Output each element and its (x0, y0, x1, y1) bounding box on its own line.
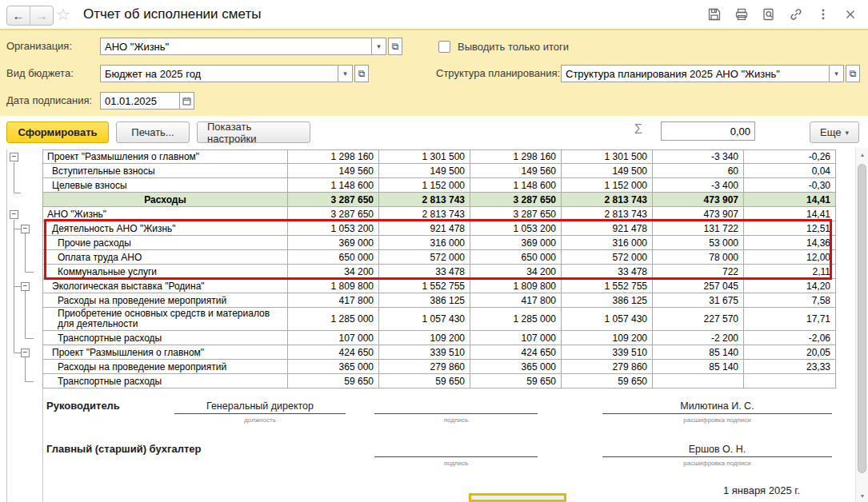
bottom-cropped-button[interactable] (469, 493, 566, 502)
row-value-cell[interactable]: 14,41 (744, 207, 836, 221)
collapse-group-button[interactable]: − (10, 210, 18, 219)
row-label-cell[interactable]: Оплата труда АНО (42, 250, 288, 265)
table-row[interactable]: Расходы на проведение мероприятий365 000… (0, 360, 836, 374)
row-value-cell[interactable]: 17,71 (744, 308, 836, 331)
table-row[interactable]: Коммунальные услуги34 20033 47834 20033 … (0, 265, 836, 279)
row-value-cell[interactable]: 921 478 (562, 221, 653, 236)
row-value-cell[interactable]: 386 125 (562, 293, 653, 308)
print-button[interactable]: Печать... (116, 122, 190, 143)
generate-button[interactable]: Сформировать (6, 122, 109, 143)
more-button[interactable]: Еще▾ (810, 122, 859, 143)
row-value-cell[interactable]: -2,06 (744, 331, 836, 345)
row-value-cell[interactable]: 2 813 743 (379, 207, 470, 221)
row-value-cell[interactable] (653, 374, 744, 388)
row-value-cell[interactable]: 149 560 (470, 164, 562, 178)
collapse-group-button[interactable]: − (10, 153, 18, 161)
row-value-cell[interactable]: 386 125 (379, 293, 470, 308)
table-row[interactable]: Транспортные расходы107 000109 200107 00… (0, 331, 836, 345)
scroll-down-button[interactable]: ▼ (856, 489, 868, 502)
row-value-cell[interactable]: 417 800 (470, 293, 562, 308)
table-row[interactable]: Целевые взносы1 148 6001 152 0001 148 60… (0, 178, 836, 193)
row-value-cell[interactable]: 1 298 160 (470, 149, 562, 164)
row-value-cell[interactable]: 339 510 (562, 345, 653, 360)
row-label-cell[interactable]: Коммунальные услуги (42, 265, 288, 279)
table-row[interactable]: Вступительные взносы149 560149 500149 56… (0, 164, 836, 178)
row-value-cell[interactable]: 572 000 (379, 250, 470, 265)
row-value-cell[interactable]: 131 722 (653, 221, 744, 236)
row-value-cell[interactable]: 33 478 (379, 265, 470, 279)
row-value-cell[interactable]: -3 340 (653, 149, 744, 164)
scroll-up-button[interactable]: ▲ (856, 148, 868, 161)
row-value-cell[interactable]: -0,26 (744, 149, 836, 164)
row-value-cell[interactable] (744, 374, 836, 388)
row-value-cell[interactable]: 2 813 743 (379, 193, 470, 207)
table-row[interactable]: Прочие расходы369 000316 000369 000316 0… (0, 236, 836, 250)
row-value-cell[interactable]: -3 400 (653, 178, 744, 193)
row-label-cell[interactable]: Проект "Размышления о главном" (42, 345, 288, 360)
row-value-cell[interactable]: 1 285 000 (288, 308, 379, 331)
table-row[interactable]: Транспортные расходы59 65059 65059 65059… (0, 374, 836, 388)
row-value-cell[interactable]: 59 650 (288, 374, 379, 388)
row-value-cell[interactable]: 3 287 650 (288, 207, 379, 221)
row-value-cell[interactable]: 1 285 000 (470, 308, 562, 331)
row-value-cell[interactable]: 1 152 000 (562, 178, 653, 193)
organization-input[interactable] (100, 38, 372, 55)
row-value-cell[interactable]: 921 478 (379, 221, 470, 236)
favorite-star-icon[interactable]: ☆ (56, 5, 70, 24)
table-row[interactable]: Оплата труда АНО650 000572 000650 000572… (0, 250, 836, 265)
row-label-cell[interactable]: АНО "Жизнь" (42, 207, 288, 221)
row-value-cell[interactable]: 34 200 (288, 265, 379, 279)
row-value-cell[interactable]: 12,00 (744, 250, 836, 265)
row-value-cell[interactable]: 34 200 (470, 265, 562, 279)
row-label-cell[interactable]: Расходы на проведение мероприятий (42, 360, 288, 374)
row-value-cell[interactable]: 1 301 500 (379, 149, 470, 164)
row-value-cell[interactable]: 316 000 (379, 236, 470, 250)
row-label-cell[interactable]: Экологическая выставка "Родина" (42, 279, 288, 293)
collapse-group-button[interactable]: − (21, 349, 30, 357)
row-value-cell[interactable]: 279 860 (562, 360, 653, 374)
row-value-cell[interactable]: 1 148 600 (470, 178, 562, 193)
row-value-cell[interactable]: 53 000 (653, 236, 744, 250)
row-label-cell[interactable]: Расходы (42, 193, 288, 207)
row-value-cell[interactable]: 20,05 (744, 345, 836, 360)
row-value-cell[interactable]: 60 (653, 164, 744, 178)
budget-kind-open-button[interactable]: ⧉ (354, 65, 369, 82)
table-row[interactable]: Проект "Размышления о главном"1 298 1601… (0, 149, 836, 164)
row-value-cell[interactable]: 1 809 800 (470, 279, 562, 293)
table-row[interactable]: Приобретение основных средств и материал… (0, 308, 836, 331)
row-label-cell[interactable]: Прочие расходы (42, 236, 288, 250)
row-value-cell[interactable]: 424 650 (288, 345, 379, 360)
row-value-cell[interactable]: 107 000 (470, 331, 562, 345)
organization-open-button[interactable]: ⧉ (388, 38, 402, 55)
row-label-cell[interactable]: Транспортные расходы (42, 331, 288, 345)
row-value-cell[interactable]: 572 000 (562, 250, 653, 265)
row-value-cell[interactable]: 650 000 (288, 250, 379, 265)
row-value-cell[interactable]: 14,41 (744, 193, 836, 207)
row-value-cell[interactable]: 1 809 800 (288, 279, 379, 293)
table-row[interactable]: АНО "Жизнь"3 287 6502 813 7433 287 6502 … (0, 207, 836, 221)
row-value-cell[interactable]: 149 500 (379, 164, 470, 178)
forward-button[interactable]: → (30, 6, 53, 25)
signing-date-input[interactable] (100, 92, 180, 110)
table-row[interactable]: Экологическая выставка "Родина"1 809 800… (0, 279, 836, 293)
row-label-cell[interactable]: Вступительные взносы (42, 164, 288, 178)
only-totals-checkbox[interactable] (438, 41, 450, 53)
print-icon[interactable] (734, 6, 750, 22)
preview-icon[interactable] (761, 6, 777, 22)
row-value-cell[interactable]: 85 140 (653, 345, 744, 360)
planning-structure-open-button[interactable]: ⧉ (846, 65, 860, 82)
collapse-group-button[interactable]: − (21, 225, 30, 233)
row-value-cell[interactable]: 424 650 (470, 345, 562, 360)
section-total-row[interactable]: Расходы3 287 6502 813 7433 287 6502 813 … (0, 193, 836, 207)
row-value-cell[interactable]: 31 675 (653, 293, 744, 308)
row-value-cell[interactable]: 149 500 (562, 164, 653, 178)
row-label-cell[interactable]: Приобретение основных средств и материал… (42, 308, 288, 331)
table-row[interactable]: Расходы на проведение мероприятий417 800… (0, 293, 836, 308)
row-value-cell[interactable]: 23,33 (744, 360, 836, 374)
table-row[interactable]: Проект "Размышления о главном"424 650339… (0, 345, 836, 360)
table-row[interactable]: Деятельность АНО "Жизнь"1 053 200921 478… (0, 221, 836, 236)
row-value-cell[interactable]: 365 000 (470, 360, 562, 374)
row-label-cell[interactable]: Проект "Размышления о главном" (42, 149, 288, 164)
row-value-cell[interactable]: 2 813 743 (562, 193, 653, 207)
row-value-cell[interactable]: 1 552 755 (562, 279, 653, 293)
